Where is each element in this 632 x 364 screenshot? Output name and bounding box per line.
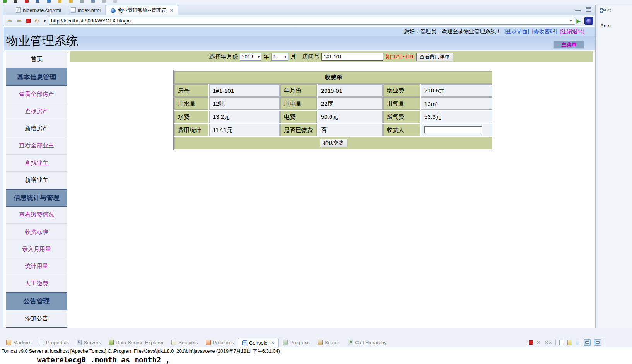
close-icon[interactable]: ✕ xyxy=(170,8,173,13)
toolbar-icon-fragment[interactable] xyxy=(25,0,29,3)
paid-status-value: 否 xyxy=(318,124,383,136)
go-icon[interactable]: ▶ xyxy=(575,18,582,24)
sidebar-item-home[interactable]: 首页 xyxy=(6,51,67,68)
url-dropdown-chevron-icon[interactable]: ▼ xyxy=(569,19,572,23)
url-input[interactable] xyxy=(49,17,575,25)
toolbar-separator xyxy=(555,340,556,345)
sidebar-item-add-property[interactable]: 新增房产 xyxy=(6,120,67,137)
show-console-on-stdout-toggle-icon[interactable] xyxy=(584,339,591,346)
tab-problems[interactable]: Problems xyxy=(202,338,238,347)
back-icon[interactable]: ⇦ xyxy=(6,17,14,24)
table-row: 水费 13.2元 电费 50.6元 燃气费 53.3元 xyxy=(174,111,492,123)
sidebar-item-find-property[interactable]: 查找房产 xyxy=(6,103,67,120)
console-view: Tomcat v9.0 Server at localhost [Apache … xyxy=(0,347,632,364)
editor-tabbar: X hibernate.cfg.xml index.html 物业管理系统--管… xyxy=(3,5,595,15)
confirm-payment-button[interactable]: 确认交费 xyxy=(320,139,347,147)
word-wrap-icon[interactable] xyxy=(576,340,580,345)
toolbar-icon-fragment[interactable] xyxy=(36,0,39,3)
toolbar-icon-fragment[interactable] xyxy=(102,0,106,3)
sidebar-item-add-announcement[interactable]: 添加公告 xyxy=(6,310,67,327)
sidebar-item-find-owner[interactable]: 查找业主 xyxy=(6,155,67,172)
toolbar-icon-fragment[interactable] xyxy=(113,0,117,3)
tab-label: Snippets xyxy=(178,340,198,345)
sidebar-item-add-owner[interactable]: 新增业主 xyxy=(6,172,67,189)
main-toolbar-cutoff xyxy=(0,0,632,4)
toolbar-icon-fragment[interactable] xyxy=(14,0,17,3)
tab-label: Markers xyxy=(13,340,31,345)
right-pane-tab[interactable]: C xyxy=(598,5,632,14)
view-bill-details-button[interactable]: 查看费用详单 xyxy=(416,53,453,61)
electricity-fee-label: 电费 xyxy=(280,111,317,123)
tab-hibernate-cfg[interactable]: X hibernate.cfg.xml xyxy=(11,5,66,15)
external-browser-icon[interactable] xyxy=(584,17,593,25)
chevron-down-icon[interactable]: ▼ xyxy=(43,19,46,23)
toolbar-icon-fragment[interactable] xyxy=(80,0,84,3)
toolbar-icon-fragment[interactable] xyxy=(69,0,73,3)
room-input[interactable] xyxy=(321,53,383,61)
close-icon[interactable]: ✕ xyxy=(271,340,275,345)
toolbar-icon-fragment[interactable] xyxy=(47,0,51,3)
sidebar-item-view-all-properties[interactable]: 查看全部房产 xyxy=(6,86,67,103)
refresh-icon[interactable]: ↻ xyxy=(33,17,41,24)
tab-label: Servers xyxy=(84,340,101,345)
tab-label: Progress xyxy=(290,340,310,345)
remove-launch-icon[interactable]: ✕ xyxy=(536,340,541,345)
database-icon xyxy=(109,340,114,345)
tab-property-system-active[interactable]: 物业管理系统--管理员 ✕ xyxy=(106,5,178,15)
clear-console-icon[interactable] xyxy=(559,340,564,345)
console-output-line[interactable]: waterelecg0 .month as month2 , xyxy=(0,355,632,364)
sidebar-item-manual-payment[interactable]: 人工缴费 xyxy=(6,275,67,292)
problems-icon xyxy=(206,340,211,345)
properties-icon xyxy=(39,340,44,345)
tab-label: Data Source Explorer xyxy=(116,340,164,345)
tab-properties[interactable]: Properties xyxy=(35,338,73,347)
terminate-icon[interactable] xyxy=(529,340,533,345)
maximize-icon[interactable] xyxy=(586,7,591,12)
sidebar-item-fee-standard[interactable]: 收费标准 xyxy=(6,224,67,241)
tab-markers[interactable]: Markers xyxy=(2,338,35,347)
bottom-panel: Markers Properties Servers Data Source E… xyxy=(0,328,632,364)
month-select[interactable]: 1 ▼ xyxy=(271,53,288,61)
chevron-down-icon: ▼ xyxy=(257,55,260,59)
tab-servers[interactable]: Servers xyxy=(73,338,105,347)
console-toolbar: ✕ ✕✕ xyxy=(529,339,605,346)
change-password-link[interactable]: [修改密码] xyxy=(532,28,557,34)
editor-window-controls xyxy=(575,7,591,12)
tab-console-active[interactable]: Console ✕ xyxy=(238,338,279,347)
collector-input[interactable] xyxy=(424,126,482,133)
search-icon xyxy=(318,340,323,345)
scroll-lock-icon[interactable] xyxy=(567,340,572,345)
forward-icon[interactable]: ⇨ xyxy=(16,17,24,24)
browser-toolbar: ⇦ ⇨ ↻ ▼ ▼ ▶ xyxy=(3,15,595,26)
tab-label: 物业管理系统--管理员 xyxy=(118,7,166,14)
tab-search[interactable]: Search xyxy=(314,338,344,347)
snippets-icon xyxy=(171,340,176,345)
sidebar: 首页 基本信息管理 查看全部房产 查找房产 新增房产 查看全部业主 查找业主 新… xyxy=(6,51,67,328)
tab-call-hierarchy[interactable]: Call Hierarchy xyxy=(344,338,391,347)
tab-label: Call Hierarchy xyxy=(355,340,387,345)
toolbar-icon-fragment[interactable] xyxy=(3,0,7,3)
tab-data-source-explorer[interactable]: Data Source Explorer xyxy=(105,338,167,347)
year-select[interactable]: 2019 ▼ xyxy=(240,53,261,61)
stop-icon[interactable] xyxy=(26,19,31,23)
toolbar-icon-fragment[interactable] xyxy=(91,0,95,3)
tab-progress[interactable]: Progress xyxy=(279,338,314,347)
remove-all-launches-icon[interactable]: ✕✕ xyxy=(544,340,552,345)
year-month-value: 2019-01 xyxy=(318,84,383,97)
sidebar-item-enter-monthly-usage[interactable]: 录入月用量 xyxy=(6,241,67,258)
sidebar-item-view-payment-status[interactable]: 查看缴费情况 xyxy=(6,207,67,224)
toolbar-icon-fragment[interactable] xyxy=(58,0,61,3)
tab-index-html[interactable]: index.html xyxy=(66,5,106,15)
main-menu-button[interactable]: 主菜单 xyxy=(553,41,584,49)
show-console-on-stderr-toggle-icon[interactable] xyxy=(594,339,601,346)
water-usage-value: 12吨 xyxy=(209,97,280,110)
tab-snippets[interactable]: Snippets xyxy=(167,338,202,347)
total-fee-label: 费用统计 xyxy=(174,124,208,136)
minimize-icon[interactable] xyxy=(575,7,581,11)
water-fee-value: 13.2元 xyxy=(209,111,280,123)
logout-link[interactable]: [注销退出] xyxy=(560,28,584,34)
right-pane-text: An o xyxy=(598,14,632,29)
sidebar-item-usage-statistics[interactable]: 统计用量 xyxy=(6,258,67,275)
login-page-link[interactable]: [登录界面] xyxy=(504,28,529,34)
sidebar-item-view-all-owners[interactable]: 查看全部业主 xyxy=(6,137,67,154)
